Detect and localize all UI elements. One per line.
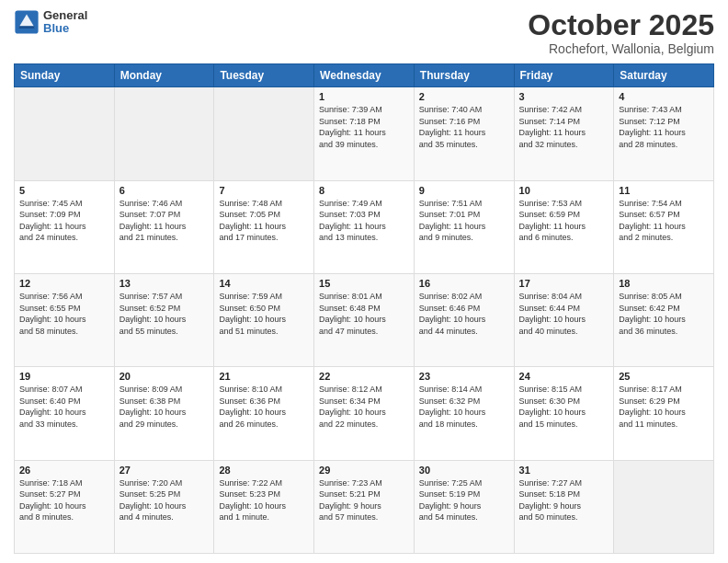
day-number: 22 [319, 371, 409, 382]
weekday-header: Tuesday [214, 64, 314, 87]
day-info: Sunrise: 7:46 AM Sunset: 7:07 PM Dayligh… [119, 198, 210, 244]
calendar-cell: 17Sunrise: 8:04 AM Sunset: 6:44 PM Dayli… [514, 273, 614, 366]
weekday-header: Saturday [614, 64, 714, 87]
day-info: Sunrise: 7:22 AM Sunset: 5:23 PM Dayligh… [219, 477, 309, 523]
day-number: 31 [519, 465, 609, 476]
calendar-week-row: 1Sunrise: 7:39 AM Sunset: 7:18 PM Daylig… [15, 87, 714, 180]
day-info: Sunrise: 7:18 AM Sunset: 5:27 PM Dayligh… [19, 477, 109, 523]
day-number: 1 [319, 91, 409, 102]
day-number: 10 [519, 185, 609, 196]
calendar-cell: 6Sunrise: 7:46 AM Sunset: 7:07 PM Daylig… [114, 180, 214, 273]
calendar-cell [214, 87, 314, 180]
day-number: 17 [519, 278, 609, 289]
calendar-cell: 28Sunrise: 7:22 AM Sunset: 5:23 PM Dayli… [214, 460, 314, 553]
weekday-header: Thursday [414, 64, 514, 87]
logo-general: General [43, 9, 87, 22]
calendar-cell: 20Sunrise: 8:09 AM Sunset: 6:38 PM Dayli… [114, 367, 214, 460]
calendar-table: SundayMondayTuesdayWednesdayThursdayFrid… [14, 63, 714, 554]
day-info: Sunrise: 7:59 AM Sunset: 6:50 PM Dayligh… [219, 291, 309, 337]
day-info: Sunrise: 8:05 AM Sunset: 6:42 PM Dayligh… [619, 291, 709, 337]
calendar-cell: 11Sunrise: 7:54 AM Sunset: 6:57 PM Dayli… [614, 180, 714, 273]
day-info: Sunrise: 8:17 AM Sunset: 6:29 PM Dayligh… [619, 384, 709, 430]
day-info: Sunrise: 8:14 AM Sunset: 6:32 PM Dayligh… [419, 384, 509, 430]
day-info: Sunrise: 7:23 AM Sunset: 5:21 PM Dayligh… [319, 477, 409, 523]
day-number: 29 [319, 465, 409, 476]
day-number: 4 [619, 91, 709, 102]
title-block: October 2025 Rochefort, Wallonia, Belgiu… [528, 9, 714, 56]
calendar-cell: 8Sunrise: 7:49 AM Sunset: 7:03 PM Daylig… [314, 180, 415, 273]
day-info: Sunrise: 8:12 AM Sunset: 6:34 PM Dayligh… [319, 384, 409, 430]
calendar-week-row: 26Sunrise: 7:18 AM Sunset: 5:27 PM Dayli… [15, 460, 714, 553]
day-number: 8 [319, 185, 409, 196]
day-number: 2 [419, 91, 509, 102]
day-info: Sunrise: 7:51 AM Sunset: 7:01 PM Dayligh… [419, 198, 509, 244]
calendar-cell: 26Sunrise: 7:18 AM Sunset: 5:27 PM Dayli… [15, 460, 115, 553]
day-info: Sunrise: 7:39 AM Sunset: 7:18 PM Dayligh… [319, 104, 409, 150]
logo-text: General Blue [43, 9, 87, 36]
calendar-cell: 21Sunrise: 8:10 AM Sunset: 6:36 PM Dayli… [214, 367, 314, 460]
day-info: Sunrise: 7:40 AM Sunset: 7:16 PM Dayligh… [419, 104, 509, 150]
calendar-header-row: SundayMondayTuesdayWednesdayThursdayFrid… [15, 64, 714, 87]
day-info: Sunrise: 7:49 AM Sunset: 7:03 PM Dayligh… [319, 198, 409, 244]
day-number: 19 [19, 371, 109, 382]
calendar-week-row: 12Sunrise: 7:56 AM Sunset: 6:55 PM Dayli… [15, 273, 714, 366]
calendar-cell: 18Sunrise: 8:05 AM Sunset: 6:42 PM Dayli… [614, 273, 714, 366]
day-info: Sunrise: 7:25 AM Sunset: 5:19 PM Dayligh… [419, 477, 509, 523]
day-number: 25 [619, 371, 709, 382]
day-info: Sunrise: 7:56 AM Sunset: 6:55 PM Dayligh… [19, 291, 109, 337]
calendar-cell: 29Sunrise: 7:23 AM Sunset: 5:21 PM Dayli… [314, 460, 415, 553]
calendar-cell: 2Sunrise: 7:40 AM Sunset: 7:16 PM Daylig… [414, 87, 514, 180]
day-info: Sunrise: 8:09 AM Sunset: 6:38 PM Dayligh… [119, 384, 210, 430]
calendar-cell: 3Sunrise: 7:42 AM Sunset: 7:14 PM Daylig… [514, 87, 614, 180]
day-number: 14 [219, 278, 309, 289]
day-info: Sunrise: 7:20 AM Sunset: 5:25 PM Dayligh… [119, 477, 210, 523]
logo-blue: Blue [43, 22, 87, 35]
svg-rect-2 [19, 26, 35, 29]
day-info: Sunrise: 8:01 AM Sunset: 6:48 PM Dayligh… [319, 291, 409, 337]
logo: General Blue [14, 9, 87, 36]
calendar-cell: 4Sunrise: 7:43 AM Sunset: 7:12 PM Daylig… [614, 87, 714, 180]
day-number: 9 [419, 185, 509, 196]
day-number: 28 [219, 465, 309, 476]
weekday-header: Sunday [15, 64, 115, 87]
calendar-cell [114, 87, 214, 180]
calendar-cell: 24Sunrise: 8:15 AM Sunset: 6:30 PM Dayli… [514, 367, 614, 460]
calendar-week-row: 19Sunrise: 8:07 AM Sunset: 6:40 PM Dayli… [15, 367, 714, 460]
page-header: General Blue October 2025 Rochefort, Wal… [14, 9, 714, 56]
calendar-cell: 13Sunrise: 7:57 AM Sunset: 6:52 PM Dayli… [114, 273, 214, 366]
day-number: 15 [319, 278, 409, 289]
calendar-cell: 19Sunrise: 8:07 AM Sunset: 6:40 PM Dayli… [15, 367, 115, 460]
day-number: 21 [219, 371, 309, 382]
calendar-cell: 14Sunrise: 7:59 AM Sunset: 6:50 PM Dayli… [214, 273, 314, 366]
calendar-cell: 16Sunrise: 8:02 AM Sunset: 6:46 PM Dayli… [414, 273, 514, 366]
day-number: 3 [519, 91, 609, 102]
day-number: 13 [119, 278, 210, 289]
day-number: 23 [419, 371, 509, 382]
month-title: October 2025 [528, 9, 714, 41]
calendar-cell: 27Sunrise: 7:20 AM Sunset: 5:25 PM Dayli… [114, 460, 214, 553]
day-info: Sunrise: 8:02 AM Sunset: 6:46 PM Dayligh… [419, 291, 509, 337]
calendar-cell: 31Sunrise: 7:27 AM Sunset: 5:18 PM Dayli… [514, 460, 614, 553]
day-number: 6 [119, 185, 210, 196]
day-info: Sunrise: 7:42 AM Sunset: 7:14 PM Dayligh… [519, 104, 609, 150]
day-info: Sunrise: 7:43 AM Sunset: 7:12 PM Dayligh… [619, 104, 709, 150]
calendar-cell: 5Sunrise: 7:45 AM Sunset: 7:09 PM Daylig… [15, 180, 115, 273]
day-info: Sunrise: 7:53 AM Sunset: 6:59 PM Dayligh… [519, 198, 609, 244]
calendar-cell: 12Sunrise: 7:56 AM Sunset: 6:55 PM Dayli… [15, 273, 115, 366]
day-info: Sunrise: 8:10 AM Sunset: 6:36 PM Dayligh… [219, 384, 309, 430]
day-number: 5 [19, 185, 109, 196]
day-number: 30 [419, 465, 509, 476]
calendar-cell: 15Sunrise: 8:01 AM Sunset: 6:48 PM Dayli… [314, 273, 415, 366]
weekday-header: Friday [514, 64, 614, 87]
calendar-cell: 25Sunrise: 8:17 AM Sunset: 6:29 PM Dayli… [614, 367, 714, 460]
calendar-cell: 9Sunrise: 7:51 AM Sunset: 7:01 PM Daylig… [414, 180, 514, 273]
day-number: 12 [19, 278, 109, 289]
calendar-cell: 22Sunrise: 8:12 AM Sunset: 6:34 PM Dayli… [314, 367, 415, 460]
day-number: 20 [119, 371, 210, 382]
day-info: Sunrise: 7:48 AM Sunset: 7:05 PM Dayligh… [219, 198, 309, 244]
day-info: Sunrise: 7:54 AM Sunset: 6:57 PM Dayligh… [619, 198, 709, 244]
calendar-cell: 10Sunrise: 7:53 AM Sunset: 6:59 PM Dayli… [514, 180, 614, 273]
logo-icon [14, 9, 40, 35]
day-info: Sunrise: 7:45 AM Sunset: 7:09 PM Dayligh… [19, 198, 109, 244]
calendar-cell: 23Sunrise: 8:14 AM Sunset: 6:32 PM Dayli… [414, 367, 514, 460]
